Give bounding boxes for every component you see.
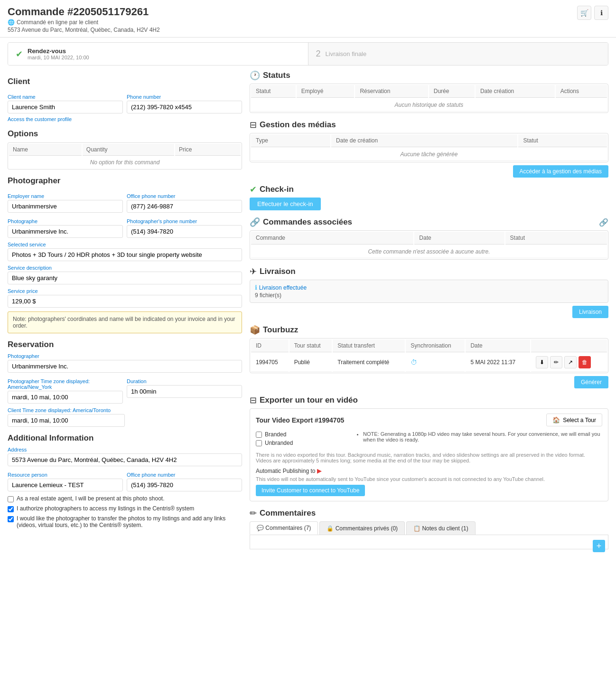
client-phone-input[interactable] [127,101,242,113]
additional-phone-label: Office phone number [127,472,242,478]
info-button[interactable]: ℹ [594,6,608,20]
statuts-empty: Aucun historique de statuts [251,99,607,112]
acces-medias-button[interactable]: Accéder à la gestion des médias [513,165,608,178]
unbranded-checkbox[interactable]: Unbranded [256,440,351,446]
checkbox-transfer-label: I would like the photographer to transfe… [17,515,242,528]
checkbox-present[interactable]: As a real estate agent, I will be presen… [8,495,242,502]
photographer-section: Photographer Employer name Office phone … [8,176,242,333]
tb-row-statut: Publié [289,353,332,372]
checkbox-transfer[interactable]: I would like the photographer to transfe… [8,515,242,528]
statuts-col-employe: Employé [297,85,355,98]
statuts-section: 🕐 Statuts Statut Employé Réservation Dur… [250,70,608,113]
tb-col-statut: Tour statut [289,339,332,352]
branded-checkbox[interactable]: Branded [256,431,351,438]
livraison-link[interactable]: Livraison effectuée [259,284,307,291]
commandes-col-statut: Statut [505,232,607,245]
table-row: 1994705 Publié Traitement complété ⏱ 5 M… [251,353,607,372]
service-label: Selected service [8,242,242,247]
resource-input[interactable] [8,479,123,491]
tz-photographer-input[interactable] [8,391,123,404]
tb-row-sync: ⏱ [406,353,465,372]
checkbox-centris-label: I authorize photographers to access my l… [17,505,194,512]
tb-external-button[interactable]: ↗ [564,356,577,368]
gestion-medias-section: ⊟ Gestion des médias Type Date de créati… [250,120,608,178]
commandes-title: Commandes associées [263,217,352,227]
checkbox-centris[interactable]: I authorize photographers to access my l… [8,505,242,512]
price-input[interactable] [8,295,242,308]
options-title: Options [8,129,38,139]
client-profile-link[interactable]: Access the customer profile [8,116,72,122]
commandes-icon: 🔗 [250,217,260,227]
invite-youtube-button[interactable]: Invite Customer to connect to YouTube [256,485,365,496]
employer-input[interactable] [8,200,123,213]
livraison-files: 9 fichier(s) [255,292,603,299]
youtube-icon: ▶ [317,467,322,474]
options-col-name: Name [9,144,82,156]
options-col-quantity: Quantity [83,144,174,156]
tb-row-id: 1994705 [251,353,289,372]
auto-publish-label: Automatic Publishing to [256,468,315,474]
livraison-icon: ✈ [250,266,257,277]
commandes-empty: Cette commande n'est associée à aucune a… [251,245,607,258]
photographer-name-input[interactable] [8,225,123,238]
medias-icon: ⊟ [250,120,257,130]
tab-commentaires[interactable]: 💬 Commentaires (7) [250,521,318,535]
youtube-info: This video will not be automatically sen… [256,476,602,482]
link-icon[interactable]: 🔗 [599,218,608,227]
video-title: Exporter un tour en vidéo [260,396,358,405]
order-subtitle: Commandé en ligne par le client [17,19,98,26]
description-input[interactable] [8,272,242,284]
reservation-photographer-label: Photographer [8,353,242,359]
generer-button[interactable]: Générer [574,376,608,388]
tb-download-button[interactable]: ⬇ [536,356,548,368]
price-label: Service price [8,288,242,294]
video-info: There is no video exported for this tour… [256,452,602,463]
tb-delete-button[interactable]: 🗑 [579,356,591,368]
check-icon: ✔ [16,49,23,59]
duration-input[interactable] [127,385,242,398]
reservation-photographer-input[interactable] [8,360,242,373]
office-phone-input[interactable] [127,200,242,213]
checkin-button[interactable]: Effectuer le check-in [250,198,321,210]
photographer-phone-input[interactable] [127,225,242,238]
service-input[interactable] [8,248,242,261]
reservation-title: Reservation [8,340,54,349]
client-name-input[interactable] [8,101,123,113]
branded-label: Branded [265,431,286,438]
additional-address-input[interactable] [8,453,242,466]
select-tour-button[interactable]: 🏠 Select a Tour [546,414,602,426]
tourbuzz-title: Tourbuzz [263,325,298,335]
step-1: ✔ Rendez-vous mardi, 10 MAI 2022, 10:00 [8,43,308,65]
client-section: Client Client name Phone number Access t… [8,77,242,122]
duration-label: Duration [127,378,242,384]
tb-edit-button[interactable]: ✏ [550,356,562,368]
step2-label: Livraison finale [326,50,367,57]
medias-title: Gestion des médias [260,120,336,130]
order-address: 5573 Avenue du Parc, Montréal, Québec, C… [8,27,608,33]
unbranded-label: Unbranded [265,440,293,446]
statuts-title: Statuts [263,71,290,80]
additional-phone-input[interactable] [127,479,242,491]
photographer-title: Photographer [8,176,60,186]
tab-commentaires-prives[interactable]: 🔒 Commentaires privés (0) [319,521,405,535]
tb-row-transfert: Traitement complété [333,353,405,372]
options-col-price: Price [175,144,241,156]
cart-button[interactable]: 🛒 [577,6,591,20]
tab-notes-client[interactable]: 📋 Notes du client (1) [406,521,476,535]
office-phone-label: Office phone number [127,193,242,199]
tz-photographer-label: Photographer Time zone displayed: Americ… [8,378,123,390]
tz-client-input[interactable] [8,414,125,427]
statuts-col-actions: Actions [556,85,607,98]
livraison-button[interactable]: Livraison [572,306,608,318]
commentaires-icon: ✏ [250,508,257,518]
additional-title: Additional Information [8,433,93,443]
additional-address-label: Address [8,447,242,452]
medias-col-date: Date de création [331,134,517,147]
order-title: Commande #2205051179261 [8,6,608,18]
tb-col-transfert: Statut transfert [333,339,405,352]
commentaires-title: Commentaires [260,508,316,518]
photographer-phone-label: Photographer's phone number [127,218,242,224]
add-comment-button[interactable]: + [593,540,605,552]
checkbox-present-label: As a real estate agent, I will be presen… [17,495,165,502]
video-icon: ⊟ [250,395,257,405]
